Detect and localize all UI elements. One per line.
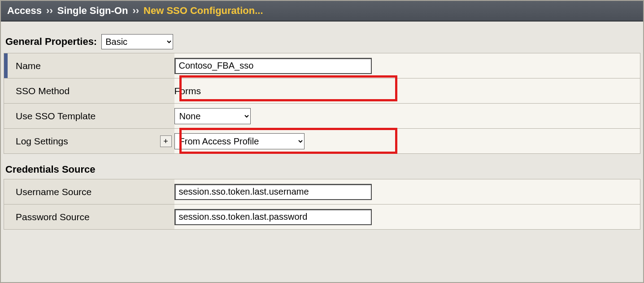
template-select[interactable]: None bbox=[174, 108, 251, 124]
log-settings-add-button[interactable]: + bbox=[160, 135, 172, 147]
row-password-value-cell bbox=[174, 205, 640, 230]
credentials-source-table: Username Source Password Source bbox=[4, 179, 640, 230]
row-sso-method-value-cell: Forms bbox=[174, 78, 640, 104]
name-label: Name bbox=[4, 61, 174, 71]
row-log-value-cell: From Access Profile bbox=[174, 129, 640, 154]
row-log-label-cell: Log Settings + bbox=[4, 129, 174, 154]
row-template-value-cell: None bbox=[174, 104, 640, 129]
breadcrumb-access[interactable]: Access bbox=[7, 5, 42, 17]
breadcrumb-current: New SSO Configuration... bbox=[144, 5, 263, 17]
breadcrumb-sso[interactable]: Single Sign-On bbox=[57, 5, 128, 17]
display-mode-select[interactable]: Basic bbox=[101, 34, 173, 49]
username-source-input[interactable] bbox=[174, 184, 372, 200]
row-name-label-cell: Name bbox=[4, 53, 174, 78]
general-properties-table: Name SSO Method Forms Use SSO Template bbox=[4, 53, 640, 154]
breadcrumb-separator: ›› bbox=[132, 5, 139, 17]
log-settings-select[interactable]: From Access Profile bbox=[174, 133, 305, 149]
credentials-source-title: Credentials Source bbox=[5, 164, 96, 175]
row-username-label-cell: Username Source bbox=[4, 179, 174, 205]
content-area: General Properties: Basic Name SSO Metho… bbox=[1, 22, 643, 234]
row-sso-method-label-cell: SSO Method bbox=[4, 78, 174, 104]
general-properties-header: General Properties: Basic bbox=[4, 30, 640, 53]
breadcrumb-separator: ›› bbox=[46, 5, 53, 17]
general-properties-title: General Properties: bbox=[5, 36, 97, 48]
row-template-label-cell: Use SSO Template bbox=[4, 104, 174, 129]
password-source-input[interactable] bbox=[174, 209, 372, 225]
page: Access ›› Single Sign-On ›› New SSO Conf… bbox=[0, 0, 644, 283]
row-password-label-cell: Password Source bbox=[4, 205, 174, 230]
sso-method-value: Forms bbox=[174, 86, 640, 96]
log-settings-label: Log Settings bbox=[4, 136, 174, 147]
template-label: Use SSO Template bbox=[4, 111, 174, 122]
password-source-label: Password Source bbox=[4, 212, 174, 222]
row-name-value-cell bbox=[174, 53, 640, 78]
username-source-label: Username Source bbox=[4, 187, 174, 197]
credentials-source-header: Credentials Source bbox=[4, 154, 640, 179]
breadcrumb-bar: Access ›› Single Sign-On ›› New SSO Conf… bbox=[1, 1, 643, 22]
row-username-value-cell bbox=[174, 179, 640, 205]
sso-method-label: SSO Method bbox=[4, 86, 174, 96]
name-input[interactable] bbox=[174, 58, 372, 74]
